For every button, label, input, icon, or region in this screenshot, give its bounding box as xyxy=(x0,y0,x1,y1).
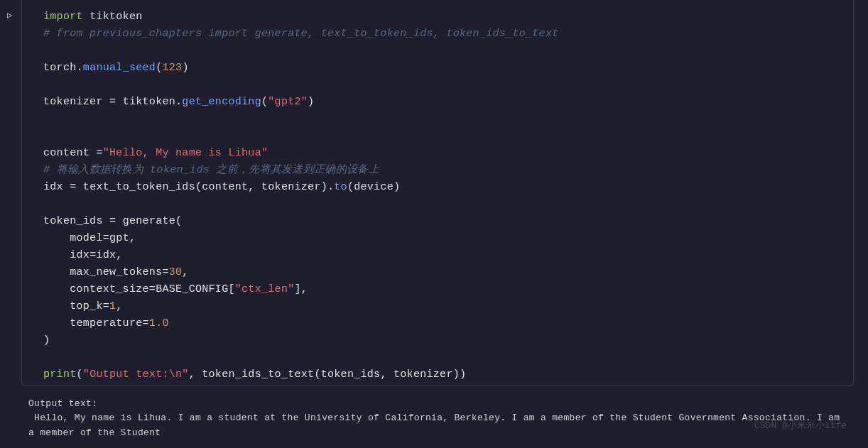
code-token: 123 xyxy=(162,62,182,74)
code-token: gpt, xyxy=(109,232,136,244)
code-token: 30 xyxy=(169,266,183,278)
code-token: torch xyxy=(43,62,77,74)
code-token: "Output text:\n" xyxy=(83,368,189,381)
code-token: ) xyxy=(43,334,50,346)
code-line xyxy=(43,111,839,128)
code-line: model=gpt, xyxy=(43,230,839,247)
code-line: top_k=1, xyxy=(43,298,839,315)
code-token: ], xyxy=(294,283,308,295)
code-token: = xyxy=(109,96,116,108)
code-line xyxy=(43,196,839,213)
code-token: = xyxy=(109,215,116,227)
code-line: print("Output text:\n", token_ids_to_tex… xyxy=(43,366,839,383)
code-line xyxy=(43,128,839,145)
run-cell-icon[interactable]: ▷ xyxy=(7,11,12,21)
code-line: import tiktoken xyxy=(43,9,839,26)
code-line: temperature=1.0 xyxy=(43,315,839,332)
code-token: = xyxy=(96,147,102,159)
code-line xyxy=(43,77,839,94)
code-token: to xyxy=(334,181,347,193)
output-cell: Output text: Hello, My name is Lihua. I … xyxy=(21,386,854,448)
code-token: tiktoken xyxy=(89,11,142,23)
code-token: idx xyxy=(43,181,70,193)
code-token: 1 xyxy=(109,300,116,312)
code-token: "gpt2" xyxy=(268,96,308,108)
code-token: tiktoken. xyxy=(116,96,182,108)
output-header: Output text: xyxy=(28,397,847,412)
code-token: top_k xyxy=(43,300,103,312)
code-line: idx=idx, xyxy=(43,247,839,264)
code-token: 1.0 xyxy=(149,317,169,329)
code-token: ) xyxy=(308,96,314,108)
code-token: (device) xyxy=(347,181,400,193)
code-token: = xyxy=(143,317,149,329)
code-token: , xyxy=(182,266,188,278)
code-token: model xyxy=(43,232,103,244)
code-token: idx, xyxy=(96,249,122,261)
code-token: idx xyxy=(43,249,89,261)
code-token: generate( xyxy=(116,215,182,227)
code-token: ) xyxy=(182,62,188,74)
code-token: temperature xyxy=(43,317,143,329)
code-line: context_size=BASE_CONFIG["ctx_len"], xyxy=(43,281,839,298)
code-token: . xyxy=(77,62,83,74)
code-line: max_new_tokens=30, xyxy=(43,264,839,281)
code-line: torch.manual_seed(123) xyxy=(43,60,839,77)
code-token: "ctx_len" xyxy=(235,283,295,295)
code-token: content xyxy=(43,147,96,159)
code-token: context_size xyxy=(43,283,149,295)
code-token: token_ids xyxy=(43,215,109,227)
code-line: token_ids = generate( xyxy=(43,213,839,230)
code-token: = xyxy=(162,266,168,278)
code-line: idx = text_to_token_ids(content, tokeniz… xyxy=(43,179,839,196)
code-line: # from previous_chapters import generate… xyxy=(43,26,839,43)
code-token: = xyxy=(103,232,109,244)
code-token: , xyxy=(116,300,122,312)
code-cell[interactable]: import tiktoken# from previous_chapters … xyxy=(21,0,854,386)
code-token: max_new_tokens xyxy=(43,266,162,278)
code-token: tokenizer xyxy=(43,96,109,108)
code-line xyxy=(43,349,839,366)
code-token: print xyxy=(43,368,77,381)
code-token: , token_ids_to_text(token_ids, tokenizer… xyxy=(189,368,467,381)
code-token: "Hello, My name is Lihua" xyxy=(103,147,268,159)
code-token: get_encoding xyxy=(182,96,261,108)
code-token: text_to_token_ids(content, tokenizer). xyxy=(77,181,335,193)
cell-gutter: ▷ xyxy=(0,0,21,448)
code-token: manual_seed xyxy=(83,62,156,74)
code-token: ( xyxy=(77,368,83,381)
code-token: import xyxy=(43,11,89,23)
output-text: Hello, My name is Lihua. I am a student … xyxy=(28,411,847,441)
code-token: = xyxy=(149,283,156,295)
code-line: # 将输入数据转换为 token_ids 之前，先将其发送到正确的设备上 xyxy=(43,162,839,179)
code-token: ( xyxy=(261,96,268,108)
code-line: content ="Hello, My name is Lihua" xyxy=(43,145,839,162)
code-line xyxy=(43,43,839,60)
code-token: # 将输入数据转换为 token_ids 之前，先将其发送到正确的设备上 xyxy=(43,164,379,176)
code-token: # from previous_chapters import generate… xyxy=(43,28,559,40)
code-token: BASE_CONFIG[ xyxy=(156,283,235,295)
code-token: = xyxy=(70,181,76,193)
code-line: tokenizer = tiktoken.get_encoding("gpt2"… xyxy=(43,94,839,111)
code-token: = xyxy=(103,300,109,312)
code-line: ) xyxy=(43,332,839,349)
watermark: CSDN @小米米小life xyxy=(754,419,847,434)
